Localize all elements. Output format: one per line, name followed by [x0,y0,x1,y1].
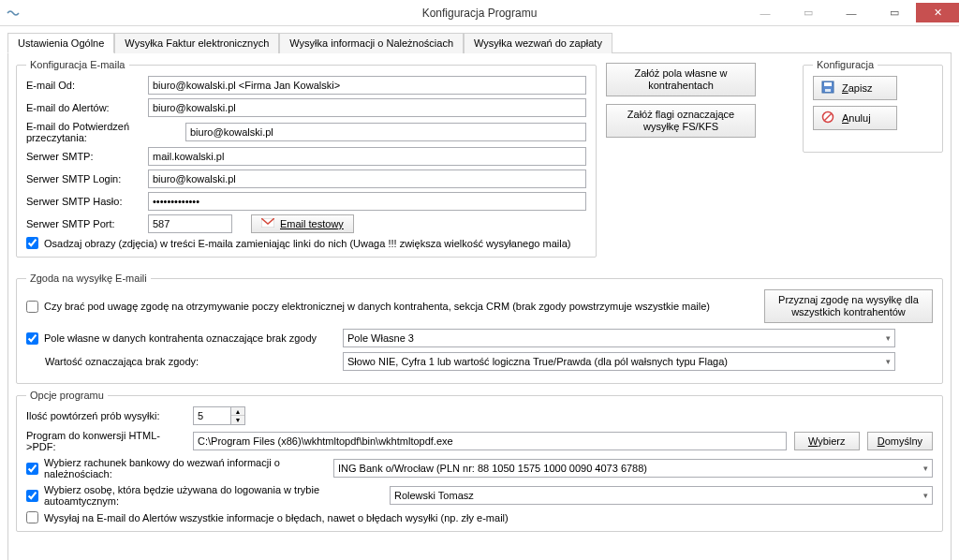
email-config-group: Konfiguracja E-maila E-mail Od: E-mail d… [16,59,597,258]
crm-consent-label: Czy brać pod uwagę zgodę na otrzymywanie… [44,301,710,312]
bank-select[interactable]: ING Bank o/Wrocław (PLN nr: 88 1050 1575… [333,459,933,478]
crm-consent-checkbox[interactable] [26,301,38,313]
smtp-login-input[interactable] [148,169,586,188]
gmail-icon [261,218,274,229]
window-buttons: — ▭ — ▭ ✕ [744,3,959,22]
retries-spinner[interactable]: ▲ ▼ [193,406,245,425]
smtp-port-label: Serwer SMTP Port: [26,218,148,229]
maximize-button-inactive: ▭ [787,3,830,22]
save-icon [821,81,834,96]
consent-group: Zgoda na wysyłkę E-maili Czy brać pod uw… [16,273,943,384]
spin-down-icon[interactable]: ▼ [231,416,244,424]
person-select[interactable]: Rolewski Tomasz ▾ [390,486,933,505]
email-from-input[interactable] [148,76,586,95]
ownfield-label: Pole własne w danych kontrahenta oznacza… [44,332,317,344]
cancel-label: Anuluj [842,112,871,124]
retries-label: Ilość powtórzeń prób wysyłki: [26,410,185,421]
email-alerts-input[interactable] [148,98,586,117]
grant-consent-button[interactable]: Przyznaj zgodę na wysyłkę dla wszystkich… [764,289,933,323]
consent-legend: Zgoda na wysyłkę E-maili [26,273,151,284]
htmlpdf-label: Program do konwersji HTML->PDF: [26,430,185,452]
minimize-button[interactable]: — [830,3,873,22]
minimize-button-inactive: — [744,3,787,22]
titlebar: Konfiguracja Programu — ▭ — ▭ ✕ [0,0,959,26]
embed-images-checkbox[interactable] [26,237,38,249]
tab-demands[interactable]: Wysyłka wezwań do zapłaty [464,33,612,53]
cancel-button[interactable]: Anuluj [813,106,897,130]
ownfield-checkbox[interactable] [26,332,38,345]
default-button[interactable]: Domyślny [867,432,933,450]
grant-consent-label: Przyznaj zgodę na wysyłkę dla wszystkich… [778,294,919,317]
email-readconf-label: E-mail do Potwierdzeń przeczytania: [26,121,185,143]
ownfield-select[interactable]: Pole Własne 3 ▾ [343,329,895,347]
config-actions-legend: Konfiguracja [813,59,878,70]
smtp-pass-label: Serwer SMTP Hasło: [26,196,148,207]
smtp-server-input[interactable] [148,147,586,166]
person-checkbox[interactable] [26,490,38,502]
config-actions-group: Konfiguracja Zapisz Anuluj [803,59,943,153]
svg-rect-3 [825,89,831,92]
window-title: Konfiguracja Programu [422,7,538,20]
noconsent-value-select[interactable]: Słowo NIE, Cyfra 1 lub wartość logiczna … [343,352,895,371]
errors-email-checkbox[interactable] [26,511,38,523]
noconsent-value-select-value: Słowo NIE, Cyfra 1 lub wartość logiczna … [347,356,728,367]
errors-email-label: Wysyłaj na E-mail do Alertów wszystkie i… [44,512,509,523]
chevron-down-icon: ▾ [923,464,928,473]
side-buttons-column: Załóż pola własne w kontrahentach Załóż … [606,59,793,263]
email-alerts-label: E-mail do Alertów: [26,102,148,113]
smtp-pass-input[interactable] [148,192,586,211]
tab-general[interactable]: Ustawienia Ogólne [7,33,114,53]
person-select-value: Rolewski Tomasz [394,490,474,501]
noconsent-value-label: Wartość oznaczająca brak zgody: [26,356,335,367]
tab-invoices[interactable]: Wysyłka Faktur elektronicznych [114,33,279,53]
test-email-label: Email testowy [280,218,344,229]
create-flags-button[interactable]: Załóż flagi oznaczające wysyłkę FS/KFS [606,104,756,138]
choose-button[interactable]: Wybierz [794,432,860,450]
chevron-down-icon: ▾ [886,357,891,366]
smtp-server-label: Serwer SMTP: [26,151,148,162]
save-label: Zapisz [842,82,872,94]
test-email-button[interactable]: Email testowy [251,214,354,233]
person-label: Wybierz osobę, która będzie używana do l… [44,484,382,507]
tab-receivables[interactable]: Wysyłka informacji o Należnościach [279,33,464,53]
app-icon [6,6,21,21]
save-button[interactable]: Zapisz [813,76,897,100]
program-options-group: Opcje programu Ilość powtórzeń prób wysy… [16,390,943,532]
program-options-legend: Opcje programu [26,390,108,401]
cancel-icon [821,111,834,125]
bank-label: Wybierz rachunek bankowy do wezwań infor… [44,457,326,479]
tab-panel: Konfiguracja E-maila E-mail Od: E-mail d… [7,53,952,560]
svg-rect-2 [824,82,832,86]
email-config-legend: Konfiguracja E-maila [26,59,129,70]
email-from-label: E-mail Od: [26,80,148,91]
smtp-login-label: Serwer SMTP Login: [26,173,148,184]
content-area: Ustawienia Ogólne Wysyłka Faktur elektro… [0,26,959,560]
bank-select-value: ING Bank o/Wrocław (PLN nr: 88 1050 1575… [338,463,647,474]
embed-images-label: Osadzaj obrazy (zdjęcia) w treści E-mail… [44,238,570,249]
create-own-fields-button[interactable]: Załóż pola własne w kontrahentach [606,63,756,96]
chevron-down-icon: ▾ [923,491,928,500]
maximize-button[interactable]: ▭ [873,3,916,22]
chevron-down-icon: ▾ [886,333,891,343]
close-button[interactable]: ✕ [916,3,959,22]
retries-input[interactable] [193,406,230,425]
ownfield-select-value: Pole Własne 3 [347,332,414,344]
create-own-fields-label: Załóż pola własne w kontrahentach [634,67,727,91]
spin-up-icon[interactable]: ▲ [231,407,244,416]
tabstrip: Ustawienia Ogólne Wysyłka Faktur elektro… [7,32,952,53]
create-flags-label: Załóż flagi oznaczające wysyłkę FS/KFS [627,109,734,132]
htmlpdf-input[interactable] [193,432,787,450]
email-readconf-input[interactable] [185,123,586,141]
bank-checkbox[interactable] [26,463,38,475]
smtp-port-input[interactable] [148,214,232,233]
